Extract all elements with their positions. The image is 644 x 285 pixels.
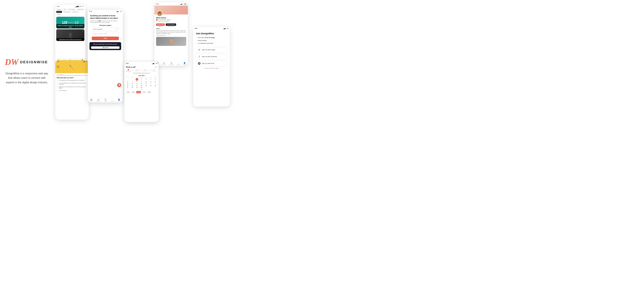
resource-card-bootcamp[interactable]: 👤 ♡ Bootcamp versus school, pros and con… [56, 29, 84, 41]
fav-icon-p: ♡ [178, 62, 180, 64]
feature-free-call: ✓ First call is free of charge [196, 37, 227, 39]
quest-option-2[interactable]: I am very patient and I can dedicate a l… [56, 82, 87, 85]
radio-1[interactable] [56, 80, 58, 82]
login-link[interactable]: Log in [215, 68, 219, 69]
day-5[interactable]: 5 [153, 78, 158, 81]
day-1[interactable]: 1 [136, 78, 138, 81]
day-4[interactable]: 4 [148, 78, 153, 81]
nav-res-f[interactable]: 📖Resources [96, 98, 101, 102]
chevron-down-icon: ▼ [116, 28, 118, 30]
heart-favorite[interactable]: ♡ [184, 6, 186, 9]
time-1800[interactable]: 18:00 [147, 91, 151, 93]
facebook-signup-button[interactable]: f Sign Up with Facebook [196, 54, 227, 60]
portfolio-thumbnail[interactable]: 🎨 [156, 37, 186, 46]
day-9[interactable]: 9 [139, 81, 144, 83]
day-empty-5 [153, 87, 158, 88]
day-3[interactable]: 3 [144, 78, 148, 81]
day-21[interactable]: 21 [130, 85, 134, 86]
card1-heart[interactable]: ♡ [82, 18, 84, 20]
battery-icon: 🔋 [82, 6, 84, 7]
nav-search-f[interactable]: 🔍Search [104, 98, 107, 102]
day-27[interactable]: 27 [126, 87, 130, 88]
day-18[interactable]: 18 [148, 83, 153, 84]
day-2[interactable]: 2 [139, 78, 144, 81]
area-select[interactable]: Area of expertise ▼ [92, 28, 119, 31]
tag-graphic[interactable]: Graphic design [62, 11, 71, 13]
tag-career[interactable]: Career change [68, 8, 76, 10]
nav-fav-p[interactable]: ♡Favorites [176, 62, 181, 65]
day-22[interactable]: 22 [135, 85, 139, 86]
status-time-profile: 9:41 [156, 3, 159, 5]
day-30[interactable]: 30 [139, 87, 144, 88]
google-signup-button[interactable]: G Sign Up with Google [196, 47, 227, 52]
phone-find-expert: 9:41 ▁▃▅ ◦◦◦ ▮ Anything you wanted to kn… [88, 10, 123, 102]
profile-name: Maria Gomez [156, 17, 186, 19]
close-button[interactable]: ✕ [155, 66, 157, 68]
radio-4[interactable] [56, 90, 58, 92]
day-empty-3 [144, 87, 148, 88]
role-icon: 💼 [156, 19, 158, 20]
day-15[interactable]: 15 [135, 83, 139, 84]
day-24[interactable]: 24 [144, 85, 148, 86]
nav-home-f[interactable]: 🏠Home [90, 98, 93, 102]
take-test-button[interactable]: Take a test [91, 46, 120, 49]
nav-resources-p[interactable]: 📖Resources [162, 62, 166, 65]
quest-option-3[interactable]: Appearance is very important to me and I… [56, 86, 87, 89]
time-1300[interactable]: 13:00 [126, 91, 130, 93]
step-datetime: Date & time [126, 69, 131, 72]
quest-option-4[interactable]: I am an introvert [56, 90, 87, 92]
day-26[interactable]: 26 [153, 85, 158, 86]
day-17[interactable]: 17 [144, 83, 148, 84]
day-13[interactable]: 13 [126, 83, 130, 84]
step-confirmation: Confirmation [152, 69, 157, 72]
time-1400[interactable]: 14:00 [131, 91, 136, 93]
tag-uxui[interactable]: UX/UI [62, 8, 67, 10]
day-11[interactable]: 11 [148, 81, 153, 83]
book-call-button[interactable]: Book a call [156, 24, 165, 26]
book-call-col: Book a call 14€/hour [156, 24, 165, 27]
time-1500[interactable]: 15:00 [136, 91, 141, 93]
day-8[interactable]: 8 [135, 81, 139, 83]
tag-tools[interactable]: Design tools [72, 11, 79, 13]
card2-heart[interactable]: ♡ [82, 30, 84, 32]
day-25[interactable]: 25 [148, 85, 153, 86]
day-6[interactable]: 6 [126, 81, 130, 83]
time-1700[interactable]: 17:00 [142, 91, 146, 93]
day-29[interactable]: 29 [135, 87, 139, 88]
topic-input[interactable]: Enter your topic of interest [92, 32, 119, 35]
tag-education[interactable]: Education [56, 11, 62, 13]
tag-all-topics[interactable]: All topics [56, 8, 62, 10]
day-12[interactable]: 12 [153, 81, 158, 83]
cal-prev[interactable]: ‹ [126, 74, 127, 76]
logo-container: DW DESIGNWISE [5, 58, 49, 66]
radio-3[interactable] [56, 86, 58, 88]
nav-find-p[interactable]: 🔍Find experts [169, 62, 174, 65]
back-button[interactable]: ‹ [56, 65, 60, 68]
view-portfolio-link[interactable]: View portfolio here [156, 35, 186, 36]
nav-prof-f[interactable]: 👤Profile [118, 98, 120, 102]
find-title: Anything you wanted to know about digita… [90, 14, 120, 19]
day-19[interactable]: 19 [153, 83, 158, 84]
day-10[interactable]: 10 [144, 81, 148, 83]
nav-fav-f[interactable]: ♡Favorites [110, 98, 114, 102]
day-20[interactable]: 20 [126, 85, 130, 86]
day-23[interactable]: 23 [139, 85, 144, 86]
signal-icon: ▁▃▅▇ [75, 6, 78, 7]
day-7[interactable]: 7 [130, 81, 134, 83]
day-28[interactable]: 28 [130, 87, 134, 88]
chat-fab[interactable]: 💬 [117, 83, 121, 87]
radio-2[interactable] [56, 83, 58, 84]
day-14[interactable]: 14 [130, 83, 134, 84]
video-feedback-button[interactable]: Video feedback [166, 24, 176, 26]
find-button[interactable]: Find [92, 36, 119, 40]
progress-track [56, 75, 87, 76]
day-16[interactable]: 16 [139, 83, 144, 84]
about-section: About Maria is passionate about UX and l… [154, 28, 188, 36]
quest-option-1[interactable]: It is important for me that people aroun… [56, 80, 87, 82]
nav-prof-p[interactable]: 👤Profile [183, 62, 186, 65]
email-signup-button[interactable]: ✉ Sign Up with Email [196, 61, 227, 66]
tag-design-trends[interactable]: Design trends [76, 8, 84, 10]
cal-next[interactable]: › [156, 74, 157, 76]
tag-tutorials[interactable]: Tutorials [56, 13, 62, 15]
resource-card-ux[interactable]: UX VERSUS UI ♡ Difference between UX and… [56, 17, 84, 28]
